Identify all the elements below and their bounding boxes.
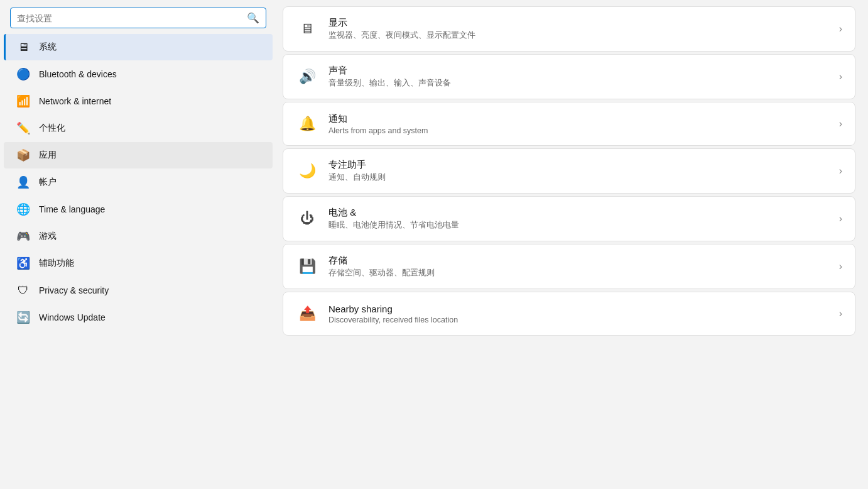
sidebar-item-label: 游戏	[39, 231, 57, 242]
sidebar-item-label: Windows Update	[39, 312, 106, 322]
card-text-nearby-sharing: Nearby sharingDiscoverability, received …	[328, 304, 829, 324]
sidebar-item-label: Time & language	[39, 204, 105, 214]
sidebar: 🔍 🖥系统🔵Bluetooth & devices📶Network & inte…	[0, 0, 276, 489]
card-text-sound: 声音音量级别、输出、输入、声音设备	[328, 65, 829, 89]
settings-card-notifications[interactable]: 🔔通知Alerts from apps and system›	[283, 102, 855, 146]
display-icon: 🖥	[296, 18, 318, 40]
chevron-icon: ›	[839, 23, 842, 35]
sidebar-item-network[interactable]: 📶Network & internet	[4, 88, 273, 114]
sidebar-item-label: 个性化	[39, 123, 65, 134]
chevron-icon: ›	[839, 71, 842, 82]
sidebar-item-label: Privacy & security	[39, 285, 109, 295]
settings-list: 🖥显示监视器、亮度、夜间模式、显示配置文件›🔊声音音量级别、输出、输入、声音设备…	[283, 6, 855, 336]
card-subtitle-focus: 通知、自动规则	[328, 172, 829, 183]
card-title-battery: 电池 &	[328, 207, 829, 219]
chevron-icon: ›	[839, 118, 842, 129]
search-box[interactable]: 🔍	[10, 8, 266, 28]
card-subtitle-display: 监视器、亮度、夜间模式、显示配置文件	[328, 30, 829, 41]
settings-card-battery[interactable]: ⏻电池 &睡眠、电池使用情况、节省电池电量›	[283, 196, 855, 241]
sidebar-item-windows-update[interactable]: 🔄Windows Update	[4, 304, 273, 331]
search-icon: 🔍	[247, 12, 259, 24]
card-subtitle-nearby-sharing: Discoverability, received files location	[328, 316, 829, 324]
card-subtitle-notifications: Alerts from apps and system	[328, 126, 829, 135]
sidebar-item-label: Bluetooth & devices	[39, 69, 117, 79]
chevron-icon: ›	[839, 165, 842, 177]
card-text-display: 显示监视器、亮度、夜间模式、显示配置文件	[328, 17, 829, 41]
card-title-display: 显示	[328, 17, 829, 29]
settings-card-nearby-sharing[interactable]: 📤Nearby sharingDiscoverability, received…	[283, 292, 855, 336]
card-title-notifications: 通知	[328, 113, 829, 125]
chevron-icon: ›	[839, 261, 842, 272]
chevron-icon: ›	[839, 308, 842, 319]
nearby-sharing-icon: 📤	[296, 302, 318, 325]
sidebar-item-bluetooth[interactable]: 🔵Bluetooth & devices	[4, 61, 273, 87]
time-icon: 🌐	[16, 202, 30, 216]
accounts-icon: 👤	[16, 175, 30, 189]
settings-card-storage[interactable]: 💾存储存储空间、驱动器、配置规则›	[283, 244, 855, 289]
card-text-focus: 专注助手通知、自动规则	[328, 159, 829, 183]
sidebar-item-gaming[interactable]: 🎮游戏	[4, 223, 273, 250]
sidebar-item-label: 帐户	[39, 177, 57, 188]
card-title-sound: 声音	[328, 65, 829, 77]
search-input[interactable]	[17, 13, 247, 23]
apps-icon: 📦	[16, 148, 30, 162]
main-content: 🖥显示监视器、亮度、夜间模式、显示配置文件›🔊声音音量级别、输出、输入、声音设备…	[276, 0, 868, 489]
card-subtitle-sound: 音量级别、输出、输入、声音设备	[328, 78, 829, 89]
sidebar-item-accessibility[interactable]: ♿辅助功能	[4, 250, 273, 277]
gaming-icon: 🎮	[16, 229, 30, 243]
settings-card-focus[interactable]: 🌙专注助手通知、自动规则›	[283, 148, 855, 194]
network-icon: 📶	[16, 94, 30, 108]
card-text-storage: 存储存储空间、驱动器、配置规则	[328, 255, 829, 278]
windows-update-icon: 🔄	[16, 310, 30, 324]
notifications-icon: 🔔	[296, 113, 318, 135]
sidebar-item-label: 系统	[39, 41, 57, 53]
chevron-icon: ›	[839, 213, 842, 224]
card-subtitle-battery: 睡眠、电池使用情况、节省电池电量	[328, 220, 829, 231]
sound-icon: 🔊	[296, 65, 318, 88]
sidebar-item-label: 应用	[39, 150, 57, 161]
system-icon: 🖥	[16, 40, 30, 54]
card-title-nearby-sharing: Nearby sharing	[328, 304, 829, 314]
focus-icon: 🌙	[296, 160, 318, 182]
sidebar-item-label: 辅助功能	[39, 258, 74, 269]
sidebar-item-system[interactable]: 🖥系统	[4, 34, 273, 60]
settings-card-sound[interactable]: 🔊声音音量级别、输出、输入、声音设备›	[283, 54, 855, 99]
bluetooth-icon: 🔵	[16, 67, 30, 81]
sidebar-item-label: Network & internet	[39, 96, 111, 106]
card-text-notifications: 通知Alerts from apps and system	[328, 113, 829, 135]
sidebar-item-time[interactable]: 🌐Time & language	[4, 196, 273, 223]
nav-list: 🖥系统🔵Bluetooth & devices📶Network & intern…	[0, 33, 276, 489]
sidebar-item-apps[interactable]: 📦应用	[4, 142, 273, 168]
search-container: 🔍	[0, 0, 276, 33]
personalization-icon: ✏️	[16, 121, 30, 135]
settings-card-display[interactable]: 🖥显示监视器、亮度、夜间模式、显示配置文件›	[283, 6, 855, 52]
sidebar-item-privacy[interactable]: 🛡Privacy & security	[4, 277, 273, 304]
card-title-storage: 存储	[328, 255, 829, 266]
battery-icon: ⏻	[296, 207, 318, 230]
card-text-battery: 电池 &睡眠、电池使用情况、节省电池电量	[328, 207, 829, 231]
sidebar-item-personalization[interactable]: ✏️个性化	[4, 115, 273, 141]
privacy-icon: 🛡	[16, 283, 30, 297]
card-subtitle-storage: 存储空间、驱动器、配置规则	[328, 268, 829, 278]
card-title-focus: 专注助手	[328, 159, 829, 171]
accessibility-icon: ♿	[16, 256, 30, 270]
sidebar-item-accounts[interactable]: 👤帐户	[4, 169, 273, 195]
storage-icon: 💾	[296, 255, 318, 278]
